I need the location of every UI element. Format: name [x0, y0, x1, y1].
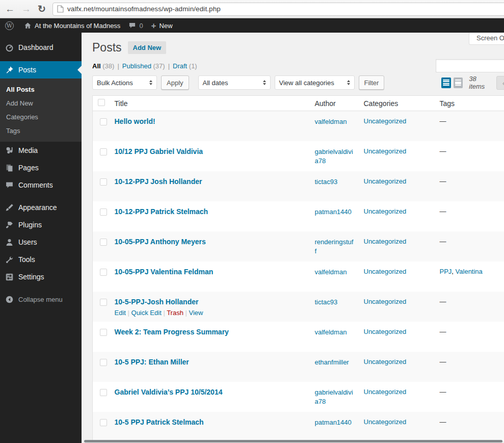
comments-bubble-item[interactable]: 0: [128, 22, 143, 30]
bulk-actions-select[interactable]: Bulk Actions: [92, 75, 157, 90]
row-action-edit[interactable]: Edit: [115, 309, 126, 317]
new-label: New: [160, 22, 173, 30]
sidebar-item-plugins[interactable]: Plugins: [0, 216, 82, 233]
filter-button[interactable]: Filter: [359, 75, 385, 90]
category-link[interactable]: Uncategorized: [364, 388, 407, 396]
sidebar-item-dashboard[interactable]: Dashboard: [0, 39, 82, 56]
tags-cell: —: [435, 292, 504, 322]
category-link[interactable]: Uncategorized: [364, 147, 407, 155]
tag-link[interactable]: PPJ: [440, 268, 452, 275]
first-page-button[interactable]: «: [496, 76, 504, 90]
new-item[interactable]: + New: [151, 21, 173, 30]
post-title-link[interactable]: 10-5-PPJ-Josh Hollander: [115, 298, 199, 306]
category-link[interactable]: Uncategorized: [364, 268, 407, 275]
screen-options-tab[interactable]: Screen Options: [469, 33, 504, 45]
sidebar-item-all-posts[interactable]: All Posts: [0, 83, 82, 96]
category-link[interactable]: Uncategorized: [364, 238, 407, 245]
post-title-link[interactable]: Gabriel Valdivia’s PPJ 10/5/2014: [115, 388, 223, 396]
row-checkbox[interactable]: [100, 269, 107, 276]
table-row: 10-05-PPJ Anthony Meyers renderingstuff …: [93, 231, 504, 262]
author-link[interactable]: tictac93: [315, 298, 338, 306]
post-title-link[interactable]: Hello world!: [115, 117, 155, 125]
row-checkbox[interactable]: [100, 148, 107, 155]
post-title-link[interactable]: 10-12-PPJ Patrick Stelmach: [115, 207, 208, 216]
category-link[interactable]: Uncategorized: [364, 358, 407, 366]
table-row: 10-5 PPJ Patrick Stelmach patman1440 Unc…: [93, 412, 504, 442]
author-link[interactable]: patman1440: [315, 208, 352, 216]
post-title-link[interactable]: 10-05-PPJ Valentina Feldman: [115, 268, 214, 276]
search-posts-input[interactable]: [436, 59, 504, 72]
sidebar-item-media[interactable]: Media: [0, 142, 82, 159]
sidebar-item-posts[interactable]: Posts: [0, 61, 82, 79]
author-link[interactable]: ethanfmiller: [315, 358, 349, 366]
url-text: valfx.net/mountainsofmadness/wp-admin/ed…: [67, 5, 221, 13]
back-icon[interactable]: ←: [5, 4, 15, 14]
apply-button[interactable]: Apply: [161, 75, 189, 90]
author-link[interactable]: patman1440: [315, 419, 352, 426]
row-checkbox[interactable]: [100, 118, 107, 125]
forward-icon: →: [21, 4, 31, 14]
title-cell: 10-12-PPJ Josh Hollander: [110, 171, 310, 201]
select-all-checkbox[interactable]: [98, 99, 105, 106]
dates-filter-select[interactable]: All dates: [198, 75, 271, 90]
address-bar[interactable]: valfx.net/mountainsofmadness/wp-admin/ed…: [52, 3, 504, 16]
add-new-button[interactable]: Add New: [128, 41, 167, 54]
row-action-view[interactable]: View: [189, 309, 203, 317]
site-name-item[interactable]: At the Mountains of Madness: [24, 22, 120, 30]
sidebar-item-categories[interactable]: Categories: [0, 110, 82, 124]
post-title-link[interactable]: 10-05-PPJ Anthony Meyers: [115, 238, 206, 246]
sidebar-item-appearance[interactable]: Appearance: [0, 199, 82, 216]
category-link[interactable]: Uncategorized: [364, 298, 407, 305]
row-checkbox[interactable]: [100, 299, 107, 306]
post-title-link[interactable]: 10/12 PPJ Gabriel Valdivia: [115, 147, 203, 155]
horizontal-scrollbar[interactable]: [84, 440, 502, 442]
collapse-menu-button[interactable]: Collapse menu: [0, 291, 82, 308]
excerpt-view-icon[interactable]: [454, 77, 463, 88]
view-all-link[interactable]: All (38): [92, 62, 114, 70]
row-checkbox[interactable]: [100, 209, 107, 216]
view-published-link[interactable]: Published (37): [122, 62, 165, 70]
row-action-quick-edit[interactable]: Quick Edit: [131, 309, 162, 317]
author-link[interactable]: renderingstuff: [315, 238, 354, 255]
wordpress-logo-icon[interactable]: W: [5, 21, 14, 30]
category-link[interactable]: Uncategorized: [364, 117, 407, 125]
author-link[interactable]: valfeldman: [315, 328, 347, 336]
author-link[interactable]: gabrielvaldivia78: [315, 388, 353, 406]
settings-icon: [4, 272, 14, 282]
post-title-link[interactable]: 10-5 PPJ: Ethan Miller: [115, 358, 189, 366]
sidebar-item-users[interactable]: Users: [0, 233, 82, 251]
categories-filter-select[interactable]: View all categories: [275, 75, 355, 90]
tools-icon: [4, 254, 14, 265]
post-title-link[interactable]: 10-5 PPJ Patrick Stelmach: [115, 418, 204, 426]
no-tags-dash: —: [440, 358, 446, 366]
row-checkbox[interactable]: [100, 239, 107, 246]
row-checkbox[interactable]: [100, 419, 107, 426]
post-title-link[interactable]: Week 2: Team Progress Summary: [115, 328, 229, 336]
row-action-trash[interactable]: Trash: [167, 309, 183, 317]
list-view-icon[interactable]: [441, 77, 451, 88]
category-link[interactable]: Uncategorized: [364, 207, 407, 215]
category-link[interactable]: Uncategorized: [364, 418, 407, 426]
category-link[interactable]: Uncategorized: [364, 177, 407, 185]
row-checkbox[interactable]: [100, 389, 107, 396]
author-link[interactable]: valfeldman: [315, 118, 347, 125]
sidebar-item-settings[interactable]: Settings: [0, 268, 82, 285]
view-draft-link[interactable]: Draft (1): [173, 62, 197, 70]
row-checkbox[interactable]: [100, 178, 107, 186]
sidebar-item-comments[interactable]: Comments: [0, 176, 82, 194]
sidebar-item-pages[interactable]: Pages: [0, 159, 82, 176]
reload-icon[interactable]: ↻: [38, 4, 46, 14]
sidebar-item-add-new[interactable]: Add New: [0, 96, 82, 110]
author-link[interactable]: valfeldman: [315, 268, 347, 276]
category-link[interactable]: Uncategorized: [364, 328, 407, 335]
no-tags-dash: —: [440, 328, 446, 335]
tag-link[interactable]: Valentina: [456, 268, 483, 275]
sidebar-item-tools[interactable]: Tools: [0, 251, 82, 268]
column-header-title[interactable]: Title: [110, 96, 310, 111]
row-checkbox[interactable]: [100, 359, 107, 366]
post-title-link[interactable]: 10-12-PPJ Josh Hollander: [115, 177, 202, 186]
author-link[interactable]: gabrielvaldivia78: [315, 148, 353, 165]
row-checkbox[interactable]: [100, 329, 107, 336]
author-link[interactable]: tictac93: [315, 178, 338, 186]
sidebar-item-tags[interactable]: Tags: [0, 124, 82, 138]
